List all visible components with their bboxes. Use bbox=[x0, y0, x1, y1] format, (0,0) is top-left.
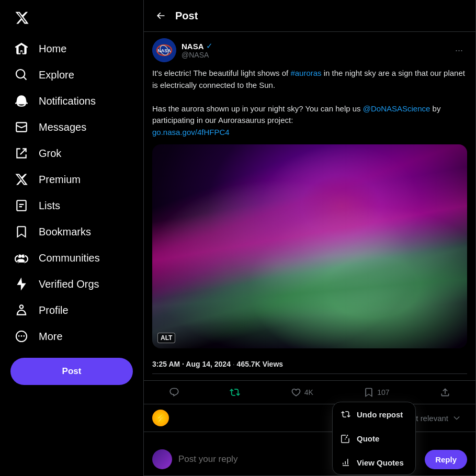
sidebar-item-lists[interactable]: Lists bbox=[6, 192, 137, 219]
like-button[interactable]: 4K bbox=[285, 383, 320, 402]
nasa-avatar: NASA bbox=[152, 38, 176, 62]
aurora-overlay bbox=[152, 144, 467, 348]
home-icon bbox=[15, 42, 28, 55]
sidebar-item-messages[interactable]: Messages bbox=[6, 114, 137, 140]
tweet-text-part3: Has the aurora shown up in your night sk… bbox=[152, 104, 363, 113]
user-name-row: NASA ✓ bbox=[182, 41, 213, 51]
alt-badge[interactable]: ALT bbox=[157, 333, 175, 343]
x-logo-icon bbox=[15, 10, 29, 25]
sidebar-item-bookmarks[interactable]: Bookmarks bbox=[6, 219, 137, 245]
sidebar-item-explore[interactable]: Explore bbox=[6, 62, 137, 88]
user-handle: @NASA bbox=[182, 51, 213, 59]
tweet-more-button[interactable]: ··· bbox=[451, 43, 467, 58]
views-label: Views bbox=[263, 360, 283, 368]
dropdown-quote-label: Quote bbox=[357, 434, 379, 443]
filter-row: ⚡ Most relevant bbox=[144, 404, 475, 432]
chart-dropdown-icon bbox=[341, 458, 350, 467]
search-icon bbox=[15, 68, 28, 82]
bookmark-action-icon bbox=[364, 387, 374, 398]
tweet-link[interactable]: go.nasa.gov/4fHFPC4 bbox=[152, 128, 230, 137]
more-circle-icon bbox=[15, 330, 28, 343]
lists-icon bbox=[15, 199, 28, 212]
views-count: 465.7K bbox=[237, 360, 260, 368]
sidebar-item-label-profile: Profile bbox=[39, 304, 69, 316]
dropdown-undo-repost-label: Undo repost bbox=[357, 410, 403, 419]
sidebar: Home Explore Notifications Messages bbox=[0, 0, 144, 476]
repost-dropdown-icon bbox=[341, 410, 350, 419]
repost-dropdown: Undo repost Quote View Quotes bbox=[332, 402, 416, 475]
sidebar-item-label-premium: Premium bbox=[39, 174, 81, 186]
sidebar-item-grok[interactable]: Grok bbox=[6, 140, 137, 166]
sidebar-item-premium[interactable]: Premium bbox=[6, 166, 137, 192]
timestamp-text: 3:25 AM · Aug 14, 2024 bbox=[152, 360, 231, 368]
share-icon bbox=[440, 387, 450, 398]
sidebar-item-notifications[interactable]: Notifications bbox=[6, 88, 137, 114]
sidebar-item-label-messages: Messages bbox=[39, 121, 86, 133]
mail-icon bbox=[15, 120, 28, 134]
tweet-user-row: NASA NASA ✓ @NASA ··· bbox=[152, 38, 467, 62]
sidebar-item-label-home: Home bbox=[39, 43, 66, 55]
bookmark-count: 107 bbox=[377, 388, 389, 396]
mention-donasascience[interactable]: @DoNASAScience bbox=[363, 104, 430, 113]
post-button[interactable]: Post bbox=[10, 358, 133, 385]
page-title: Post bbox=[175, 10, 198, 22]
tweet-content: NASA NASA ✓ @NASA ··· It's electric! The… bbox=[144, 32, 475, 381]
sidebar-item-label-grok: Grok bbox=[39, 148, 61, 160]
grok-icon bbox=[15, 146, 28, 160]
sidebar-item-profile[interactable]: Profile bbox=[6, 297, 137, 323]
svg-text:NASA: NASA bbox=[157, 48, 171, 53]
repost-button[interactable] bbox=[223, 383, 246, 402]
sidebar-item-label-bookmarks: Bookmarks bbox=[39, 226, 91, 238]
tweet-text-part1: It's electric! The beautiful light shows… bbox=[152, 69, 290, 77]
sidebar-item-label-notifications: Notifications bbox=[39, 95, 96, 107]
dropdown-undo-repost[interactable]: Undo repost bbox=[333, 402, 415, 426]
post-header: Post bbox=[144, 0, 475, 32]
tweet-image-container[interactable]: ALT bbox=[152, 144, 467, 348]
hashtag-auroras[interactable]: #auroras bbox=[290, 69, 321, 77]
share-button[interactable] bbox=[434, 383, 457, 402]
sidebar-item-label-communities: Communities bbox=[39, 252, 100, 264]
repost-icon bbox=[230, 387, 240, 398]
back-arrow-icon bbox=[155, 10, 166, 21]
dropdown-quote[interactable]: Quote bbox=[333, 426, 415, 450]
bookmark-icon bbox=[15, 225, 28, 239]
heart-icon bbox=[291, 387, 301, 398]
user-info-text: NASA ✓ @NASA bbox=[182, 41, 213, 59]
main-nav: Home Explore Notifications Messages bbox=[6, 36, 137, 349]
aurora-image bbox=[152, 144, 467, 348]
tweet-user-info: NASA NASA ✓ @NASA bbox=[152, 38, 213, 62]
sidebar-item-verified-orgs[interactable]: Verified Orgs bbox=[6, 271, 137, 297]
user-display-name: NASA bbox=[182, 42, 204, 51]
chevron-down-icon bbox=[452, 414, 461, 422]
like-count: 4K bbox=[304, 388, 313, 396]
sidebar-item-label-lists: Lists bbox=[39, 200, 60, 212]
dropdown-view-quotes-label: View Quotes bbox=[357, 458, 404, 467]
flash-icon: ⚡ bbox=[152, 410, 169, 426]
tweet-timestamp: 3:25 AM · Aug 14, 2024 · 465.7K Views bbox=[152, 355, 467, 374]
comment-button[interactable] bbox=[163, 383, 186, 402]
reply-submit-button[interactable]: Reply bbox=[425, 450, 467, 469]
main-content: Post NASA NASA ✓ bbox=[144, 0, 476, 476]
verified-badge-icon: ✓ bbox=[206, 41, 213, 51]
sidebar-item-home[interactable]: Home bbox=[6, 36, 137, 62]
tweet-text-body: It's electric! The beautiful light shows… bbox=[152, 67, 467, 138]
comment-icon bbox=[169, 387, 179, 398]
x-logo[interactable] bbox=[6, 4, 137, 33]
sidebar-item-more[interactable]: More bbox=[6, 323, 137, 349]
quote-dropdown-icon bbox=[341, 434, 350, 443]
person-icon bbox=[15, 303, 28, 317]
lightning-icon bbox=[15, 277, 28, 291]
reply-user-avatar bbox=[152, 449, 172, 469]
bookmark-button[interactable]: 107 bbox=[357, 383, 395, 402]
reply-area: Reply bbox=[144, 443, 475, 476]
sidebar-item-label-verified-orgs: Verified Orgs bbox=[39, 278, 99, 290]
bell-icon bbox=[15, 94, 28, 108]
sidebar-item-communities[interactable]: Communities bbox=[6, 245, 137, 271]
dropdown-view-quotes[interactable]: View Quotes bbox=[333, 450, 415, 474]
back-button[interactable] bbox=[152, 7, 169, 24]
premium-icon bbox=[15, 173, 28, 186]
communities-icon bbox=[15, 251, 28, 265]
sidebar-item-label-more: More bbox=[39, 331, 63, 343]
sidebar-item-label-explore: Explore bbox=[39, 69, 74, 81]
tweet-actions-row: 4K 107 Undo repost Quote View Quotes bbox=[144, 381, 475, 404]
